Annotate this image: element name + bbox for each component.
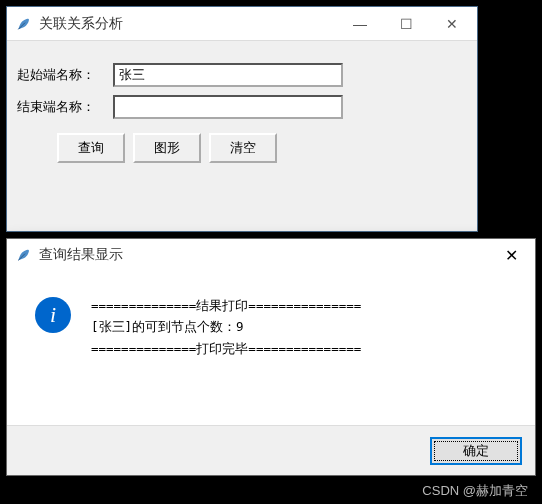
maximize-button[interactable]: ☐ xyxy=(383,9,429,39)
dialog-footer: 确定 xyxy=(7,425,535,475)
query-button[interactable]: 查询 xyxy=(57,133,125,163)
ok-button[interactable]: 确定 xyxy=(431,438,521,464)
start-row: 起始端名称： xyxy=(17,63,467,87)
dialog-titlebar[interactable]: 查询结果显示 ✕ xyxy=(7,239,535,271)
end-row: 结束端名称： xyxy=(17,95,467,119)
dialog-title: 查询结果显示 xyxy=(39,246,491,264)
form-area: 起始端名称： 结束端名称： 查询 图形 清空 xyxy=(7,41,477,173)
start-label: 起始端名称： xyxy=(17,66,113,84)
msg-line3: ==============打印完毕=============== xyxy=(91,341,361,356)
button-row: 查询 图形 清空 xyxy=(57,133,467,163)
main-window: 关联关系分析 — ☐ ✕ 起始端名称： 结束端名称： 查询 图形 清空 xyxy=(6,6,478,232)
titlebar[interactable]: 关联关系分析 — ☐ ✕ xyxy=(7,7,477,41)
feather-icon xyxy=(15,247,31,263)
dialog-close-button[interactable]: ✕ xyxy=(491,241,531,269)
clear-button[interactable]: 清空 xyxy=(209,133,277,163)
graph-button[interactable]: 图形 xyxy=(133,133,201,163)
msg-line1: ==============结果打印=============== xyxy=(91,298,361,313)
end-label: 结束端名称： xyxy=(17,98,113,116)
dialog-message: ==============结果打印=============== [张三]的可… xyxy=(91,295,361,359)
watermark: CSDN @赫加青空 xyxy=(422,482,528,500)
window-controls: — ☐ ✕ xyxy=(337,9,475,39)
info-icon: i xyxy=(35,297,71,333)
minimize-button[interactable]: — xyxy=(337,9,383,39)
msg-line2: [张三]的可到节点个数：9 xyxy=(91,319,244,334)
feather-icon xyxy=(15,16,31,32)
start-input[interactable] xyxy=(113,63,343,87)
end-input[interactable] xyxy=(113,95,343,119)
close-button[interactable]: ✕ xyxy=(429,9,475,39)
dialog-body: i ==============结果打印=============== [张三]… xyxy=(7,271,535,369)
result-dialog: 查询结果显示 ✕ i ==============结果打印===========… xyxy=(6,238,536,476)
window-title: 关联关系分析 xyxy=(39,15,337,33)
